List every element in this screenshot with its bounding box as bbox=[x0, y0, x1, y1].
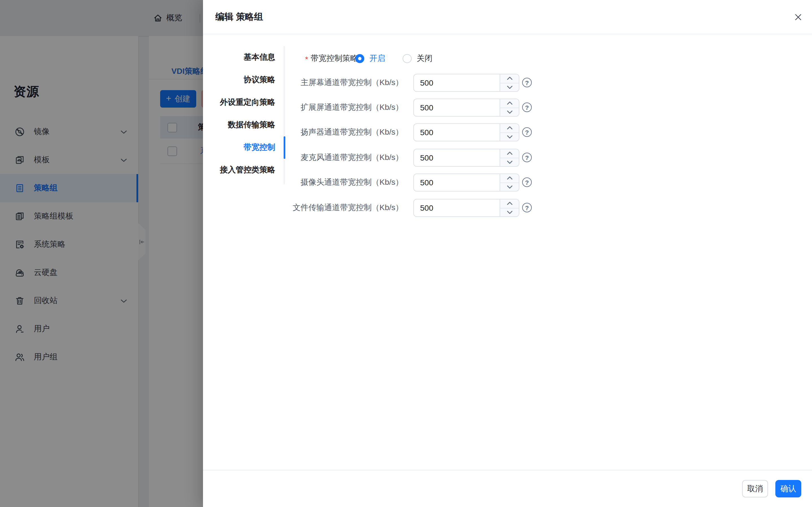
number-input[interactable] bbox=[414, 124, 500, 141]
help-icon[interactable]: ? bbox=[522, 103, 532, 112]
main-screen-bandwidth-input[interactable] bbox=[413, 74, 519, 92]
field-row-microphone: 麦克风通道带宽控制（Kb/s） ? bbox=[203, 149, 812, 167]
cancel-button[interactable]: 取消 bbox=[742, 480, 768, 497]
field-label: 主屏幕通道带宽控制（Kb/s） bbox=[203, 78, 403, 88]
number-spinner bbox=[500, 200, 519, 216]
speaker-bandwidth-input[interactable] bbox=[413, 123, 519, 142]
number-spinner bbox=[500, 74, 519, 91]
spinner-up-icon[interactable] bbox=[500, 174, 519, 183]
spinner-down-icon[interactable] bbox=[500, 183, 519, 191]
drawer-header: 编辑 策略组 bbox=[203, 0, 812, 34]
help-icon[interactable]: ? bbox=[522, 203, 532, 212]
number-spinner bbox=[500, 124, 519, 141]
file-transfer-bandwidth-input[interactable] bbox=[413, 199, 519, 217]
field-row-file-transfer: 文件传输通道带宽控制（Kb/s） ? bbox=[203, 199, 812, 217]
drawer-title: 编辑 策略组 bbox=[215, 0, 263, 34]
spinner-down-icon[interactable] bbox=[500, 158, 519, 166]
drawer-footer: 取消 确认 bbox=[203, 470, 812, 507]
camera-bandwidth-input[interactable] bbox=[413, 173, 519, 191]
spinner-up-icon[interactable] bbox=[500, 74, 519, 83]
number-input[interactable] bbox=[414, 149, 500, 166]
required-asterisk: * bbox=[305, 55, 308, 64]
number-spinner bbox=[500, 174, 519, 191]
microphone-bandwidth-input[interactable] bbox=[413, 149, 519, 167]
radio-on-label[interactable]: 开启 bbox=[369, 54, 385, 64]
field-label: 摄像头通道带宽控制（Kb/s） bbox=[203, 177, 403, 187]
switch-label: 带宽控制策略 bbox=[311, 54, 358, 64]
spinner-down-icon[interactable] bbox=[500, 208, 519, 216]
number-input[interactable] bbox=[414, 99, 500, 116]
confirm-button[interactable]: 确认 bbox=[775, 480, 801, 497]
number-spinner bbox=[500, 149, 519, 166]
spinner-down-icon[interactable] bbox=[500, 108, 519, 116]
field-row-camera: 摄像头通道带宽控制（Kb/s） ? bbox=[203, 173, 812, 191]
extended-screen-bandwidth-input[interactable] bbox=[413, 99, 519, 117]
help-icon[interactable]: ? bbox=[522, 177, 532, 187]
field-label: 扬声器通道带宽控制（Kb/s） bbox=[203, 127, 403, 137]
field-row-speaker: 扬声器通道带宽控制（Kb/s） ? bbox=[203, 123, 812, 142]
field-label: 麦克风通道带宽控制（Kb/s） bbox=[203, 153, 403, 163]
active-nav-indicator bbox=[284, 136, 285, 159]
app-root: 概览 资源 镜像 模板 bbox=[0, 0, 812, 507]
number-input[interactable] bbox=[414, 74, 500, 91]
spinner-down-icon[interactable] bbox=[500, 83, 519, 91]
number-input[interactable] bbox=[414, 174, 500, 191]
close-icon[interactable] bbox=[793, 12, 803, 22]
spinner-up-icon[interactable] bbox=[500, 149, 519, 158]
radio-on[interactable] bbox=[355, 54, 364, 63]
spinner-up-icon[interactable] bbox=[500, 124, 519, 133]
field-label: 文件传输通道带宽控制（Kb/s） bbox=[203, 203, 403, 213]
number-spinner bbox=[500, 99, 519, 116]
radio-group: 开启 关闭 bbox=[355, 54, 433, 64]
spinner-up-icon[interactable] bbox=[500, 99, 519, 108]
help-icon[interactable]: ? bbox=[522, 127, 532, 137]
radio-off[interactable] bbox=[403, 54, 412, 63]
edit-policy-group-drawer: 编辑 策略组 基本信息 协议策略 外设重定向策略 数据传输策略 带宽控制 接入管… bbox=[203, 0, 812, 507]
bandwidth-policy-switch-row: * 带宽控制策略 开启 关闭 bbox=[203, 50, 812, 68]
field-row-main-screen: 主屏幕通道带宽控制（Kb/s） ? bbox=[203, 74, 812, 92]
field-label: 扩展屏通道带宽控制（Kb/s） bbox=[203, 103, 403, 113]
spinner-down-icon[interactable] bbox=[500, 133, 519, 141]
help-icon[interactable]: ? bbox=[522, 153, 532, 162]
spinner-up-icon[interactable] bbox=[500, 200, 519, 208]
number-input[interactable] bbox=[414, 200, 500, 216]
field-row-extended-screen: 扩展屏通道带宽控制（Kb/s） ? bbox=[203, 99, 812, 117]
help-icon[interactable]: ? bbox=[522, 78, 532, 87]
radio-off-label[interactable]: 关闭 bbox=[417, 54, 433, 64]
